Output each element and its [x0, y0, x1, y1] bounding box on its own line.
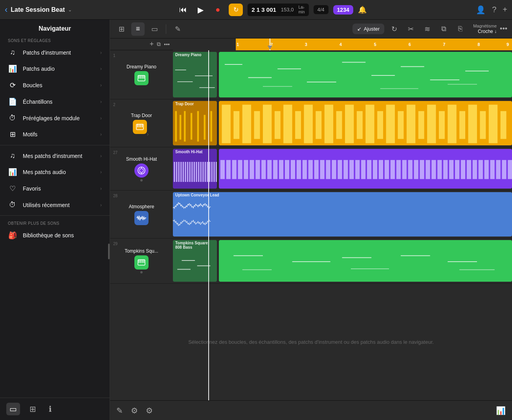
- more-options-button[interactable]: •••: [500, 25, 507, 33]
- paste-button[interactable]: ⎘: [453, 22, 467, 36]
- svg-rect-77: [200, 162, 202, 182]
- record-button[interactable]: ●: [211, 4, 224, 16]
- svg-rect-125: [455, 160, 459, 179]
- sidebar-divider-1: [0, 145, 110, 145]
- track-options-button[interactable]: •••: [164, 41, 170, 48]
- track-icon-tompkins-bass[interactable]: [134, 255, 149, 270]
- help-button[interactable]: ?: [492, 5, 496, 14]
- back-button[interactable]: ‹: [5, 5, 7, 15]
- screen-view-button[interactable]: ▭: [148, 22, 161, 36]
- sidebar-item-audio-patches[interactable]: 📊 Patchs audio ›: [0, 61, 110, 77]
- sidebar-info-button[interactable]: ℹ: [46, 403, 55, 415]
- region-bass-main[interactable]: [219, 240, 512, 282]
- resize-handle[interactable]: [108, 244, 110, 259]
- svg-rect-111: [373, 160, 377, 179]
- svg-rect-132: [496, 160, 500, 179]
- pencil-bottom-button[interactable]: ✎: [116, 406, 123, 415]
- sidebar-item-favorites[interactable]: ♡ Favoris ›: [0, 180, 110, 197]
- track-icon-atmosphere[interactable]: [134, 211, 149, 225]
- trap-door-expand-button[interactable]: ›: [147, 131, 149, 137]
- track-icon-smooth-hihat[interactable]: [134, 163, 149, 178]
- track-icon-dreamy-piano[interactable]: [134, 71, 149, 85]
- svg-rect-22: [137, 124, 138, 127]
- time-sig-display[interactable]: 4/4: [314, 5, 328, 14]
- svg-rect-91: [255, 160, 260, 179]
- play-button[interactable]: ▶: [194, 4, 207, 16]
- svg-rect-31: [204, 115, 206, 139]
- track-mute-dot-bass[interactable]: [140, 271, 143, 273]
- account-button[interactable]: 👤: [476, 5, 486, 15]
- svg-rect-66: [176, 162, 177, 182]
- topbar: ‹ Late Session Beat ⌄ ⏮ ▶ ● ↻ 2 1 3 001 …: [0, 0, 512, 20]
- svg-rect-127: [466, 160, 471, 179]
- region-hihat-pre[interactable]: Smooth Hi-Hat: [173, 149, 217, 189]
- copy-button[interactable]: ⧉: [437, 22, 450, 36]
- svg-rect-136: [139, 260, 139, 263]
- topbar-center: ⏮ ▶ ● ↻ 2 1 3 001 153,0 La♭ min 4/4 1234…: [119, 4, 425, 16]
- sidebar-item-motifs[interactable]: ⊞ Motifs ›: [0, 126, 110, 143]
- settings-bottom-button[interactable]: ⚙: [131, 406, 138, 415]
- track-mute-dot-hihat[interactable]: [140, 179, 143, 182]
- region-dreamy-piano-main[interactable]: [219, 52, 512, 97]
- scissors-button[interactable]: ✂: [404, 22, 417, 36]
- sidebar-item-instrument-patches[interactable]: ♫ Patchs d'instrument ›: [0, 44, 110, 61]
- region-bass-pre[interactable]: Tompkins Square 808 Bass: [173, 240, 217, 282]
- piano-notes-main-svg: [219, 53, 512, 97]
- sidebar-grid-button[interactable]: ⊞: [26, 403, 39, 415]
- ruler[interactable]: 1 2 3 4 5 6 7 8 9: [236, 39, 512, 50]
- svg-rect-98: [296, 160, 301, 179]
- list-view-button[interactable]: ≡: [131, 22, 145, 36]
- svg-rect-65: [174, 162, 175, 182]
- svg-rect-81: [209, 162, 210, 182]
- sound-library-label: Bibliothèque de sons: [23, 232, 102, 238]
- sidebar-section-sons: SONS ET RÉGLAGES: [0, 35, 110, 44]
- svg-rect-55: [448, 105, 456, 143]
- loop-tool-button[interactable]: ↻: [387, 22, 401, 36]
- add-button[interactable]: +: [503, 5, 507, 14]
- chord-button[interactable]: 1234: [333, 5, 353, 15]
- metronome-button[interactable]: 🔔: [358, 6, 367, 14]
- project-dropdown-icon[interactable]: ⌄: [68, 7, 72, 13]
- svg-rect-133: [502, 160, 506, 179]
- svg-rect-101: [314, 160, 318, 179]
- mixer-bottom-button[interactable]: 📊: [496, 406, 506, 415]
- sidebar-item-samples[interactable]: 📄 Échantillons ›: [0, 94, 110, 110]
- grid-view-button[interactable]: ⊞: [115, 22, 128, 36]
- rewind-button[interactable]: ⏮: [177, 4, 189, 16]
- toolbar-separator-1: [166, 24, 166, 34]
- ajuster-button[interactable]: ↙ Ajuster: [352, 24, 384, 34]
- wave-button[interactable]: ≋: [420, 22, 434, 36]
- region-atmosphere[interactable]: Uptown Conveyor Lead: [173, 192, 512, 237]
- region-trap-door-main[interactable]: [219, 101, 512, 145]
- track-layers-button[interactable]: ⧉: [157, 41, 161, 48]
- piano-notes-svg-pre: [173, 58, 217, 97]
- region-hihat-main[interactable]: [219, 149, 512, 189]
- add-track-button[interactable]: +: [150, 40, 154, 48]
- sidebar-item-my-instrument-patches[interactable]: ♫ Mes patchs d'instrument ›: [0, 148, 110, 164]
- position-display[interactable]: 2 1 3 001 153,0 La♭ min: [248, 4, 308, 16]
- sidebar-item-presets[interactable]: ⏱ Préréglages de module ›: [0, 110, 110, 126]
- loop-button[interactable]: ↻: [229, 4, 243, 16]
- audio-patches-label: Patchs audio: [23, 66, 95, 72]
- region-dreamy-piano-pre[interactable]: Dreamy Piano: [173, 52, 217, 97]
- svg-rect-36: [254, 111, 260, 139]
- track-icon-trap-door[interactable]: [133, 120, 147, 134]
- pencil-tool-button[interactable]: ✎: [171, 22, 184, 36]
- instrument-patches-label: Patchs d'instrument: [23, 50, 95, 56]
- sidebar-view-button[interactable]: ▭: [6, 403, 20, 415]
- track-num-28: 28: [113, 194, 117, 198]
- keyboard-icon: [138, 75, 145, 81]
- sidebar-item-sound-library[interactable]: 🎒 Bibliothèque de sons: [0, 227, 110, 244]
- motifs-label: Motifs: [23, 131, 95, 138]
- track-name-dreamy-piano: Dreamy Piano: [127, 64, 156, 70]
- eq-bottom-button[interactable]: ⚙: [146, 406, 153, 415]
- svg-rect-105: [338, 160, 342, 179]
- sidebar-item-my-audio-patches[interactable]: 📊 Mes patchs audio ›: [0, 164, 110, 180]
- sidebar-item-recent[interactable]: ⏱ Utilisés récemment ›: [0, 197, 110, 213]
- sidebar-item-loops[interactable]: ⟳ Boucles ›: [0, 77, 110, 94]
- ruler-marker-4: 4: [339, 42, 342, 47]
- my-instrument-patches-icon: ♫: [8, 152, 17, 160]
- svg-rect-139: [143, 260, 144, 263]
- svg-rect-71: [187, 162, 188, 182]
- region-trap-door-pre[interactable]: Trap Door: [173, 101, 217, 145]
